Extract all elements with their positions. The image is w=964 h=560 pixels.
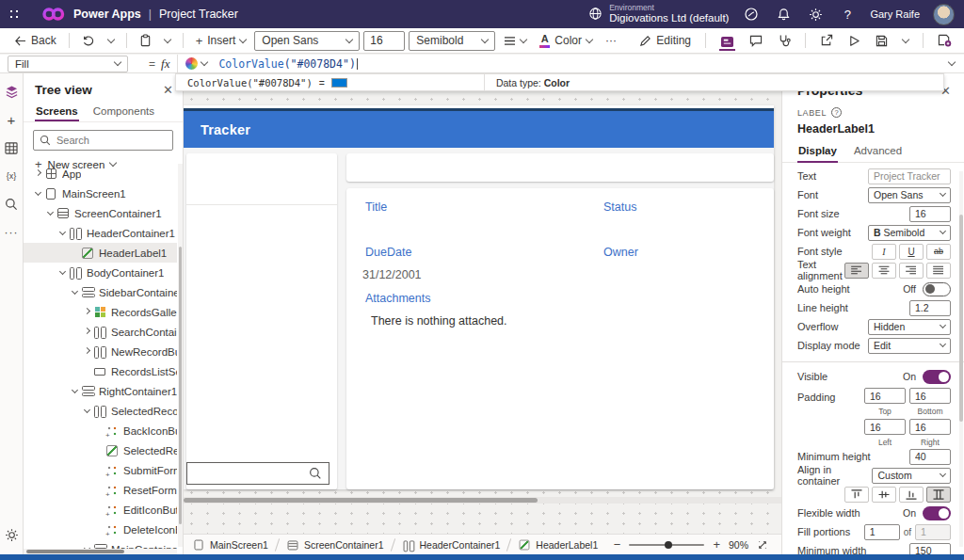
chevron-down-icon[interactable] [80,410,93,412]
properties-scrollbar[interactable] [959,171,963,547]
chevron-down-icon[interactable] [43,213,56,215]
fit-to-screen-icon[interactable] [757,539,768,551]
padding-left-input[interactable] [864,419,906,435]
align-left-button[interactable] [844,263,869,279]
tree-item-searchcontainer1[interactable]: SearchContainer1 [24,322,177,342]
visible-toggle[interactable] [923,370,951,384]
environment-picker[interactable]: Environment Digiovations Ltd (default) [588,4,729,25]
variables-rail-icon[interactable]: {x} [0,164,24,188]
align-container-top-button[interactable] [844,487,869,503]
tree-item-maincontainer1[interactable]: MainContainer1 [24,539,177,549]
minimum-width-input[interactable] [909,543,951,555]
form-duedate-label[interactable]: DueDate [365,246,411,259]
header-label-control[interactable]: Tracker [184,111,774,148]
search-rail-icon[interactable] [0,192,24,216]
chevron-down-icon[interactable] [31,193,44,195]
chevron-down-icon[interactable] [201,58,208,66]
tree-item-headerlabel1[interactable]: HeaderLabel1 [24,243,177,263]
flexible-width-toggle[interactable] [923,506,951,520]
help-button[interactable]: ? [838,5,857,24]
zoom-slider[interactable] [629,544,704,546]
comments-button[interactable] [745,32,767,50]
more-commands-button[interactable]: ··· [601,31,621,50]
font-weight-select[interactable]: Semibold [409,31,495,51]
scrollbar-thumb[interactable] [26,550,124,553]
italic-button[interactable]: I [872,244,896,260]
tab-display[interactable]: Display [797,143,838,162]
undo-button[interactable] [77,32,100,50]
font-property-select[interactable]: Open Sans [868,187,951,203]
more-rail-icon[interactable]: ··· [0,220,24,245]
tree-item-recordsgallery1[interactable]: RecordsGallery1 [24,302,177,322]
tree-item-sidebarcontainer1[interactable]: SidebarContainer1 [24,282,177,302]
help-question-icon[interactable]: ? [831,107,842,118]
chevron-down-icon[interactable] [56,272,69,274]
align-justify-button[interactable] [926,263,951,279]
chevron-right-icon[interactable] [31,173,44,175]
tree-item-bodycontainer1[interactable]: BodyContainer1 [24,263,177,282]
font-size-property-input[interactable] [909,206,951,222]
line-height-input[interactable] [909,300,951,316]
notifications-icon[interactable] [774,5,793,24]
zoom-in-button[interactable]: + [713,538,720,551]
sidebar-gallery-control[interactable] [186,153,337,489]
color-button[interactable]: A Color [535,31,597,51]
zoom-out-button[interactable]: − [614,538,621,551]
canvas-search-box-control[interactable] [186,462,329,485]
close-icon[interactable]: ✕ [163,83,173,97]
tree-item-backiconbutton[interactable]: BackIconButton [24,421,177,440]
main-screen-canvas[interactable]: Tracker Title Status DueDate 31/12/2001 … [184,105,774,489]
tree-item-submitformbutton[interactable]: SubmitFormBut [24,460,177,480]
tree-search-box[interactable] [33,130,173,151]
settings-rail-icon[interactable] [0,522,24,547]
paste-button[interactable] [135,31,156,50]
save-button[interactable] [871,32,892,50]
share-button[interactable] [815,31,838,50]
form-attachments-empty[interactable]: There is nothing attached. [371,314,507,328]
formula-bar-expand-chevron[interactable] [949,62,955,65]
undo-menu-chevron[interactable] [104,37,119,45]
chevron-down-icon[interactable] [68,391,81,392]
breadcrumb-mainscreen1[interactable]: MainScreen1 [184,535,277,554]
record-form-control[interactable]: Title Status DueDate 31/12/2001 Owner At… [346,188,774,489]
tree-item-newrecordbutton[interactable]: NewRecordButtonBa [24,342,177,361]
tree-item-mainscreen1[interactable]: MainScreen1 [24,184,177,203]
form-attachments-label[interactable]: Attachments [365,292,430,305]
copilot-icon[interactable] [742,5,761,24]
form-owner-label[interactable]: Owner [603,246,638,259]
app-checker-button[interactable] [773,31,795,50]
zoom-slider-thumb[interactable] [665,541,672,549]
tree-item-editiconbutton1[interactable]: EditIconButton1 [24,500,177,520]
padding-right-input[interactable] [909,419,951,435]
tree-item-selectedrecordheader[interactable]: SelectedRecordHeac [24,401,177,421]
tab-screens[interactable]: Screens [35,103,79,121]
tree-item-recordslistseparator[interactable]: RecordsListSeparato [24,361,177,381]
display-mode-select[interactable]: Edit [868,338,951,354]
tab-components[interactable]: Components [92,103,155,121]
publish-button[interactable] [933,31,956,50]
align-center-button[interactable] [872,263,896,279]
settings-gear-icon[interactable] [806,5,825,24]
preview-play-button[interactable] [844,32,865,50]
text-property-input[interactable] [868,168,951,184]
app-authoring-icon[interactable] [715,33,739,49]
breadcrumb-headercontainer1[interactable]: HeaderContainer1 [394,535,509,554]
tree-item-screencontainer1[interactable]: ScreenContainer1 [24,203,177,223]
font-weight-property-select[interactable]: B Semibold [868,225,951,241]
text-alignment-button[interactable] [499,33,531,49]
selected-record-header-control[interactable] [346,153,774,182]
chevron-right-icon[interactable] [80,331,93,333]
formula-input[interactable]: ColorValue("#0078D4") [218,57,357,71]
chevron-down-icon[interactable] [56,232,69,234]
form-duedate-value[interactable]: 31/12/2001 [362,268,422,281]
tree-item-headercontainer1[interactable]: HeaderContainer1 [24,223,177,243]
save-menu-chevron[interactable] [898,37,913,45]
padding-bottom-input[interactable] [909,388,951,404]
minimum-height-input[interactable] [909,449,951,465]
auto-height-toggle[interactable] [923,282,951,296]
align-in-container-select[interactable]: Custom [872,468,951,484]
chevron-right-icon[interactable] [80,312,93,313]
tree-search-input[interactable] [56,135,160,146]
tree-item-resetformbutton[interactable]: ResetFormButtc [24,480,177,500]
tree-item-rightcontainer1[interactable]: RightContainer1 [24,381,177,401]
